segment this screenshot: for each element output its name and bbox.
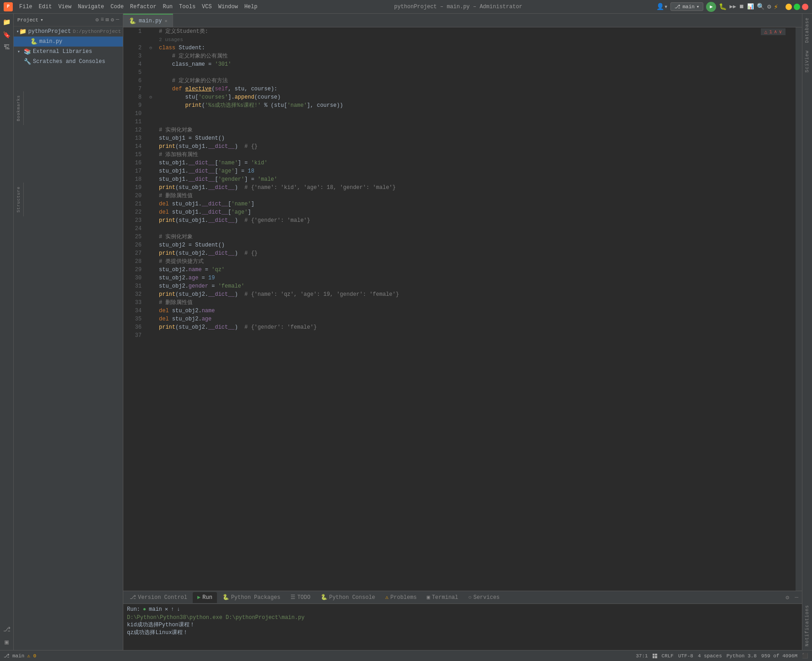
- warning-icon[interactable]: ⚡: [774, 2, 778, 11]
- sidebar-actions[interactable]: ⚙ ≡ ⊞ ⚙ —: [95, 16, 119, 23]
- close-button[interactable]: [802, 4, 808, 10]
- maximize-button[interactable]: [794, 4, 800, 10]
- activity-structure[interactable]: 🏗: [1, 42, 12, 53]
- tab-terminal[interactable]: ▣ Terminal: [422, 592, 463, 603]
- gutter-hint: [146, 36, 155, 44]
- dot14: .: [205, 142, 208, 151]
- collapse-warnings-icon[interactable]: ∨: [779, 29, 782, 35]
- search-icon[interactable]: 🔍: [757, 3, 765, 10]
- file-tree: ▾ 📁 pythonProject D:/pythonProject 🐍 mai…: [14, 26, 123, 650]
- expand-icon[interactable]: ⊞: [105, 16, 109, 23]
- right-tool-panel: Database SciView Notifications: [802, 14, 812, 650]
- tree-root[interactable]: ▾ 📁 pythonProject D:/pythonProject: [14, 26, 123, 37]
- menu-vcs[interactable]: VCS: [199, 3, 215, 11]
- window-controls[interactable]: [786, 4, 808, 10]
- tree-item-main-py[interactable]: 🐍 main.py: [14, 37, 123, 47]
- bottom-tab-actions[interactable]: ⚙ —: [784, 594, 800, 601]
- collapse-icon[interactable]: ≡: [100, 16, 104, 23]
- tab-problems[interactable]: ⚠ Problems: [381, 592, 422, 603]
- code-line-37: [159, 331, 792, 340]
- d17: .: [185, 167, 189, 175]
- menu-navigate[interactable]: Navigate: [75, 3, 107, 11]
- run-down-icon[interactable]: ↓: [177, 606, 180, 613]
- line-num-20: 20: [123, 192, 146, 200]
- menu-refactor[interactable]: Refactor: [127, 3, 159, 11]
- code-line-25: # 实例化对象: [159, 233, 792, 241]
- tree-item-scratches[interactable]: 🔧 Scratches and Consoles: [14, 57, 123, 67]
- class-student1: Student: [195, 134, 218, 142]
- d27: .: [205, 249, 208, 257]
- activity-bookmarks[interactable]: 🔖: [1, 29, 12, 40]
- tab-version-control[interactable]: ⎇ Version Control: [125, 592, 192, 603]
- line-num-33: 33: [123, 299, 146, 307]
- activity-terminal[interactable]: ▣: [1, 636, 12, 647]
- menu-run[interactable]: Run: [160, 3, 175, 11]
- encoding[interactable]: UTF-8: [678, 653, 693, 659]
- run-header: Run: ● main ✕ ↑ ↓: [127, 606, 798, 613]
- tab-main-py[interactable]: 🐍 main.py ✕: [123, 14, 173, 27]
- param-course: course: [251, 85, 271, 93]
- menu-bar[interactable]: File Edit View Navigate Code Refactor Ru…: [16, 3, 260, 11]
- tab-close-icon[interactable]: ✕: [164, 18, 167, 24]
- line-num-6: 6: [123, 77, 146, 85]
- menu-file[interactable]: File: [16, 3, 35, 11]
- git-branch-button[interactable]: ⎇ main ▾: [670, 2, 703, 11]
- settings-icon[interactable]: ⚙: [767, 3, 771, 10]
- user-icon[interactable]: 👤▾: [656, 3, 668, 10]
- menu-edit[interactable]: Edit: [36, 3, 55, 11]
- tab-python-packages[interactable]: 🐍 Python Packages: [218, 592, 285, 603]
- line-num-17: 17: [123, 167, 146, 175]
- menu-help[interactable]: Help: [242, 3, 260, 11]
- sync-icon[interactable]: ⚙: [95, 16, 99, 23]
- gutter-2[interactable]: ⊖: [146, 44, 155, 52]
- activity-project[interactable]: 📁: [1, 16, 12, 27]
- tab-services[interactable]: ○ Services: [464, 592, 504, 603]
- b21a: [: [228, 200, 231, 208]
- settings-icon[interactable]: ⚙: [111, 16, 114, 23]
- tab-todo[interactable]: ☰ TODO: [286, 592, 315, 603]
- s31: 'female': [218, 282, 245, 290]
- run-close-icon[interactable]: ✕: [165, 606, 168, 613]
- editor-wrapper: △ 1 ∧ ∨ 1 2 3 4 5 6 7 8 9 10 11 12 13: [123, 27, 802, 591]
- code-editor[interactable]: # 定义Student类: 2 usages class Student: # …: [155, 27, 796, 591]
- debug-icon[interactable]: 🐛: [719, 3, 727, 10]
- expand-warnings-icon[interactable]: ∧: [774, 29, 777, 35]
- close-sidebar-icon[interactable]: —: [116, 16, 119, 23]
- vertical-scrollbar[interactable]: [796, 27, 802, 591]
- del21: del: [159, 200, 172, 208]
- line-num-14: 14: [123, 142, 146, 151]
- gutter-8[interactable]: ⊖: [146, 93, 155, 101]
- more-run-icon[interactable]: ▶▶: [729, 3, 736, 10]
- minimize-panel-icon[interactable]: —: [793, 594, 800, 601]
- coverage-icon[interactable]: 📊: [747, 3, 754, 10]
- del35: del: [159, 315, 172, 323]
- expand-status-icon[interactable]: ⬛: [802, 653, 808, 659]
- sidebar-dropdown-icon[interactable]: ▾: [40, 17, 43, 23]
- settings-bottom-icon[interactable]: ⚙: [784, 594, 791, 601]
- menu-tools[interactable]: Tools: [176, 3, 198, 11]
- run-up-icon[interactable]: ↑: [171, 606, 174, 613]
- line-ending[interactable]: CRLF: [662, 653, 674, 659]
- python-version[interactable]: Python 3.8: [727, 653, 757, 659]
- tab-python-console[interactable]: 🐍 Python Console: [316, 592, 380, 603]
- indent[interactable]: 4 spaces: [698, 653, 722, 659]
- menu-view[interactable]: View: [56, 3, 74, 11]
- minimize-button[interactable]: [786, 4, 792, 10]
- right-tool-sciview[interactable]: SciView: [804, 47, 811, 76]
- tab-run[interactable]: ▶ Run: [193, 592, 217, 603]
- git-status-icon[interactable]: ⎇: [4, 653, 10, 659]
- var-course2: course: [317, 101, 337, 110]
- activity-git[interactable]: ⎇: [1, 624, 12, 635]
- gutter-7: [146, 85, 155, 93]
- stop-icon[interactable]: ⏹: [739, 3, 744, 10]
- tree-item-external-libs[interactable]: ▾ 📚 External Libraries: [14, 47, 123, 57]
- menu-code[interactable]: Code: [108, 3, 127, 11]
- code-line-35: del stu_obj2.age: [159, 315, 792, 323]
- run-button[interactable]: ▶: [706, 2, 716, 12]
- right-tool-notifications[interactable]: Notifications: [804, 601, 811, 650]
- right-tool-database[interactable]: Database: [804, 14, 811, 47]
- paren-close: ):: [271, 85, 277, 93]
- menu-window[interactable]: Window: [216, 3, 241, 11]
- bracket1: [: [195, 93, 198, 101]
- status-warnings[interactable]: ⚠ 0: [27, 653, 36, 659]
